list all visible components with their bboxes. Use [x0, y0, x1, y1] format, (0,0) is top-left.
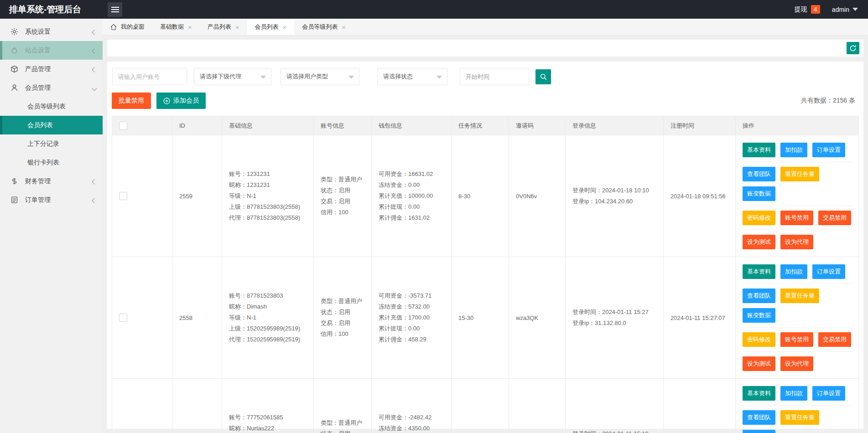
member-icon — [10, 84, 18, 92]
change-password-button[interactable]: 密码修改 — [743, 211, 775, 225]
base-line: 上级：15202595989(2519) — [229, 323, 313, 334]
reset-tasks-button[interactable]: 重置任务量 — [780, 167, 819, 181]
disable-account-button[interactable]: 账号禁用 — [780, 332, 813, 347]
sidebar-item-system-settings[interactable]: 系统设置 — [0, 22, 103, 41]
order-settings-button[interactable]: 订单设置 — [812, 264, 845, 279]
base-info-cell: 账号：87781523803昵称：Dimash等级：N-1上级：15202595… — [222, 257, 314, 379]
close-icon[interactable]: × — [188, 24, 192, 31]
filter-row: 请选择下级代理 请选择用户类型 请选择状态 — [112, 68, 859, 85]
batch-disable-button[interactable]: 批量禁用 — [112, 93, 151, 109]
chevron-left-icon — [93, 47, 96, 54]
wallet-line: 累计佣金：458.29 — [379, 334, 451, 345]
member-list-panel: 请选择下级代理 请选择用户类型 请选择状态 批量禁用 — [107, 62, 863, 429]
withdraw-count-badge: 4 — [811, 5, 820, 14]
tab-member-list[interactable]: 会员列表 × — [247, 19, 295, 35]
base-line: 上级：87781523803(2558) — [229, 201, 313, 212]
withdraw-menu[interactable]: 提现 4 — [795, 5, 820, 14]
sidebar-item-member-list[interactable]: 会员列表 — [0, 116, 103, 134]
wallet-info-cell: 可用资金：-2482.42冻结资金：4350.00累计充值：1700.00累计提… — [372, 379, 452, 433]
base-line: 等级：N-1 — [229, 191, 313, 201]
set-test-button[interactable]: 设为测试 — [743, 356, 775, 371]
action-button-group: 基本资料加扣款订单设置 — [743, 381, 852, 406]
add-deduct-button[interactable]: 加扣款 — [780, 386, 807, 401]
sidebar-subitem-label: 上下分记录 — [27, 140, 59, 148]
basic-info-button[interactable]: 基本资料 — [743, 386, 775, 401]
reset-tasks-button[interactable]: 重置任务量 — [780, 410, 819, 425]
basic-info-button[interactable]: 基本资料 — [743, 264, 775, 279]
order-settings-button[interactable]: 订单设置 — [812, 143, 845, 157]
agent-select[interactable]: 请选择下级代理 — [194, 68, 271, 85]
wallet-line: 可用资金：-3573.71 — [379, 290, 451, 301]
register-time: 2024-01-18 09:51:56 — [664, 135, 736, 257]
basic-info-button[interactable]: 基本资料 — [743, 143, 775, 157]
account-line: 类型：普通用户 — [321, 418, 371, 428]
close-icon[interactable]: × — [283, 24, 287, 31]
account-search-input[interactable] — [112, 68, 187, 85]
sidebar-toggle-button[interactable] — [108, 2, 122, 17]
status-select[interactable]: 请选择状态 — [377, 68, 447, 85]
disable-account-button[interactable]: 账号禁用 — [780, 211, 813, 225]
select-all-checkbox[interactable] — [119, 122, 127, 130]
reset-tasks-button[interactable]: 重置任务量 — [780, 289, 819, 303]
close-icon[interactable]: × — [342, 24, 346, 31]
login-line: 登录ip：104.234.20.60 — [572, 196, 663, 207]
view-team-button[interactable]: 查看团队 — [743, 410, 775, 425]
member-id: 2557 — [172, 379, 222, 433]
add-deduct-button[interactable]: 加扣款 — [780, 264, 807, 279]
refresh-icon — [849, 45, 857, 52]
change-password-button[interactable]: 密码修改 — [743, 332, 775, 347]
add-member-button[interactable]: 添加会员 — [156, 93, 206, 109]
sidebar-item-member-level-list[interactable]: 会员等级列表 — [0, 97, 103, 116]
col-header-id: ID — [172, 116, 222, 135]
wallet-info-cell: 可用资金：-3573.71冻结资金：5732.00累计充值：1700.00累计提… — [372, 257, 452, 379]
sidebar: 系统设置 站点设置 产品管理 会员管理 会员等级列表 会员列表 上下分记录 银行… — [0, 19, 103, 433]
base-info-cell: 账号：77752061585昵称：Nurtas222等级：N-1上级：15202… — [222, 379, 314, 433]
sidebar-item-member-management[interactable]: 会员管理 — [0, 78, 103, 97]
action-button-group: 密码修改账号禁用交易禁用 — [743, 328, 852, 352]
col-header-register-time: 注册时间 — [664, 116, 736, 135]
tab-my-desktop[interactable]: 我的桌面 — [103, 19, 152, 35]
add-member-label: 添加会员 — [173, 97, 199, 105]
wallet-line: 冻结资金：0.00 — [379, 180, 451, 191]
account-changes-button[interactable]: 账变数据 — [743, 186, 775, 201]
sidebar-item-label: 产品管理 — [25, 65, 51, 73]
tab-label: 会员等级列表 — [302, 23, 338, 31]
add-deduct-button[interactable]: 加扣款 — [780, 143, 807, 157]
close-icon[interactable]: × — [235, 24, 239, 31]
sidebar-item-site-settings[interactable]: 站点设置 — [0, 41, 103, 60]
register-time: 2024-01-11 15:27:07 — [664, 257, 736, 379]
order-settings-button[interactable]: 订单设置 — [812, 386, 845, 401]
user-menu[interactable]: admin — [832, 6, 858, 13]
sidebar-item-product-management[interactable]: 产品管理 — [0, 60, 103, 78]
disable-trading-button[interactable]: 交易禁用 — [818, 332, 851, 347]
sidebar-item-score-records[interactable]: 上下分记录 — [0, 134, 103, 153]
row-select-checkbox[interactable] — [119, 192, 127, 200]
sidebar-item-finance-management[interactable]: 财务管理 — [0, 172, 103, 191]
start-date-input[interactable] — [460, 68, 529, 85]
sidebar-item-order-management[interactable]: 订单管理 — [0, 191, 103, 209]
row-select-checkbox[interactable] — [119, 314, 127, 322]
account-changes-button[interactable]: 账变数据 — [743, 308, 775, 323]
user-type-select[interactable]: 请选择用户类型 — [281, 68, 359, 85]
account-changes-button[interactable]: 账变数据 — [743, 430, 775, 433]
set-test-button[interactable]: 设为测试 — [743, 235, 775, 249]
wallet-line: 可用资金：16631.02 — [379, 169, 451, 180]
tab-member-level-list[interactable]: 会员等级列表 × — [294, 19, 353, 35]
base-line: 账号：87781523803 — [229, 290, 313, 301]
sidebar-item-bank-card-list[interactable]: 银行卡列表 — [0, 153, 103, 172]
disable-trading-button[interactable]: 交易禁用 — [818, 211, 851, 225]
view-team-button[interactable]: 查看团队 — [743, 289, 775, 303]
wallet-info-cell: 可用资金：16631.02冻结资金：0.00累计充值：10000.00累计提现：… — [372, 135, 452, 257]
account-info-cell: 类型：普通用户状态：启用交易：启用信用：100 — [314, 379, 372, 433]
set-agent-button[interactable]: 设为代理 — [780, 356, 813, 371]
refresh-button[interactable] — [847, 42, 859, 54]
wallet-line: 累计提现：0.00 — [379, 323, 451, 334]
open-tabs-bar: 我的桌面 基础数据 × 产品列表 × 会员列表 × 会员等级列表 × — [103, 19, 868, 36]
view-team-button[interactable]: 查看团队 — [743, 167, 775, 181]
tab-label: 产品列表 — [208, 23, 231, 31]
set-agent-button[interactable]: 设为代理 — [780, 235, 813, 249]
tab-product-list[interactable]: 产品列表 × — [200, 19, 247, 35]
tab-basic-data[interactable]: 基础数据 × — [152, 19, 200, 35]
login-line: 登录ip：31.132.80.0 — [572, 318, 663, 329]
search-button[interactable] — [535, 69, 551, 84]
